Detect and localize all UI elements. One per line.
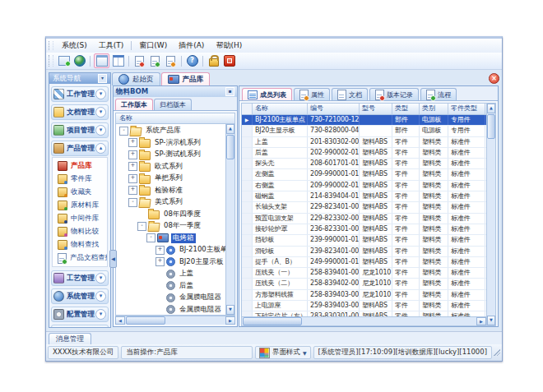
chevron-up-icon[interactable]: ▴ [95, 143, 106, 154]
table-row[interactable]: 左侧盖209-990001-01X塑料ABS零件塑料类标准件外协条 [242, 169, 486, 180]
table-row[interactable]: 磁钢盖214-839404-01X塑料ABS零件塑料类标准件外协条 [242, 191, 486, 202]
chevron-down-icon[interactable]: ▾ [95, 273, 106, 284]
sidebar-item-零件库[interactable]: 零件库 [53, 173, 107, 186]
column-header-编号[interactable]: 编号 [308, 104, 360, 114]
table-row[interactable]: 方形塑料线箍258-839403-00X尼龙1010零件塑料类标准件外协条 [242, 290, 486, 301]
table-row[interactable]: 右侧盖209-990002-01X塑料ABS零件塑料类标准件外协条 [242, 181, 486, 191]
tree-node-SP-测试机系列[interactable]: +SP-测试机系列 [116, 149, 225, 161]
column-header-型号[interactable]: 型号 [360, 104, 392, 114]
scroll-down-icon[interactable]: ▼ [226, 305, 234, 315]
doc-tab-产品库[interactable]: 产品库 [161, 72, 211, 85]
tree-expander-icon[interactable]: - [146, 233, 155, 242]
tree-node-后盖[interactable]: +后盖 [116, 280, 225, 293]
bom-tab-归档版本[interactable]: 归档版本 [154, 99, 192, 110]
tree-node-08年四季度[interactable]: +08年四季度 [116, 209, 225, 221]
menubar-grip[interactable] [49, 41, 53, 51]
toolbar-grip[interactable] [49, 55, 53, 67]
scroll-right-icon[interactable]: ▶ [225, 316, 235, 325]
tree-expander-icon[interactable]: + [128, 150, 137, 159]
sidebar-group-产品管理[interactable]: 产品管理▴ [51, 141, 109, 156]
doc-tab-起始页[interactable]: 起始页 [112, 72, 160, 85]
close-tab-icon[interactable]: × [489, 73, 499, 84]
chevron-down-icon[interactable]: ▾ [95, 125, 106, 136]
tree-expander-icon[interactable]: + [128, 174, 137, 183]
sidebar-group-工艺管理[interactable]: 工艺管理▾ [51, 270, 109, 286]
table-hscroll-thumb[interactable] [243, 317, 302, 325]
splitter-collapse-button[interactable]: ◀ [109, 250, 117, 268]
tree-horizontal-scrollbar[interactable]: ◀ ▶ [115, 316, 235, 325]
table-row[interactable]: 提手（A、B）249-990001-01X塑料ABS零件塑料类标准件外协条 [242, 257, 486, 268]
scroll-left-icon[interactable]: ◀ [115, 316, 125, 325]
toolbar-button-doc-close[interactable] [132, 54, 146, 67]
sidebar-group-工作管理[interactable]: 工作管理▾ [51, 86, 109, 102]
tree-node-金属膜电阻器[interactable]: +金属膜电阻器 [116, 292, 225, 304]
column-header-零件类型[interactable]: 零件类型 [448, 104, 485, 114]
sidebar-item-物料查找[interactable]: 物料查找 [53, 238, 107, 251]
tree-expander-icon[interactable]: + [128, 138, 137, 147]
table-row[interactable]: BJ20主显示板730-828000-04X部件电源板专用件外协颗 [242, 126, 486, 136]
member-tab-流程[interactable]: 流程 [420, 88, 457, 100]
column-header-类型[interactable]: 类型 [392, 104, 420, 114]
scroll-up-icon[interactable]: ▲ [226, 124, 234, 134]
toolbar-button-connection[interactable] [57, 54, 71, 67]
member-tab-成员列表[interactable]: 成员列表 [242, 88, 292, 100]
toolbar-button-exit[interactable] [222, 54, 236, 67]
tree-expander-icon[interactable]: - [128, 198, 137, 207]
sidebar-group-文档管理[interactable]: 文档管理▾ [51, 104, 109, 120]
column-header-类别[interactable]: 类别 [420, 104, 448, 114]
table-row[interactable]: 压线夹（一）258-839401-00X尼龙1010零件塑料类标准件外协条 [242, 268, 486, 279]
tree-node-BJ-2100主板单点[interactable]: +BJ-2100主板单点 [116, 244, 225, 256]
sidebar-item-产品文档查找[interactable]: 产品文档查找 [53, 251, 107, 265]
toolbar-button-doc-refresh[interactable] [148, 54, 162, 67]
tree-node-上盖[interactable]: +上盖 [116, 268, 225, 280]
menu-item-4[interactable]: 插件(A) [173, 39, 210, 52]
sidebar-item-原材料库[interactable]: 原材料库 [53, 199, 107, 212]
tree-hscroll-track[interactable] [166, 316, 225, 325]
tree-node-检验标准[interactable]: +检验标准 [116, 185, 225, 197]
tree-node-金属膜电阻器[interactable]: +金属膜电阻器 [116, 304, 225, 316]
tree-node-SP-演示机系列[interactable]: +SP-演示机系列 [116, 137, 225, 150]
sidebar-group-配置管理[interactable]: 配置管理▾ [51, 307, 109, 322]
table-row[interactable]: 预置电源支架229-823302-00X塑料ABS零件塑料类标准件外协条 [242, 214, 486, 224]
tree-column-header[interactable]: 名称 [115, 113, 235, 124]
scroll-right-icon[interactable]: ▶ [476, 317, 486, 325]
table-row[interactable]: 后盖202-990002-01X塑料ABS零件塑料类标准件外协条 [242, 148, 486, 159]
table-vscroll-thumb[interactable] [487, 114, 495, 139]
tree-node-系统产品库[interactable]: -系统产品库 [116, 125, 225, 137]
table-row[interactable]: 压线夹（二）258-839402-00X尼龙1010零件塑料类标准件外协条 [242, 279, 486, 289]
chevron-down-icon[interactable]: ▾ [95, 291, 106, 302]
tree-node-08年一季度[interactable]: -08年一季度 [116, 220, 225, 233]
table-vertical-scrollbar[interactable]: ▲ ▼ [486, 104, 495, 325]
menu-item-5[interactable]: 帮助(H) [210, 39, 248, 52]
toolbar-button-folder-window[interactable] [94, 53, 109, 68]
tree-node-BJ20主显示板[interactable]: +BJ20主显示板 [116, 256, 225, 269]
sidebar-item-物料比较[interactable]: 物料比较 [53, 225, 107, 238]
column-header-名称[interactable]: 名称 [253, 104, 308, 114]
ui-style-picker[interactable]: 界面样式 ▼ [255, 346, 311, 359]
chevron-down-icon[interactable]: ▾ [95, 107, 106, 118]
toolbar-button-lock[interactable] [207, 54, 220, 67]
toolbar-button-globe[interactable] [72, 54, 86, 67]
tree-expander-icon[interactable]: + [128, 186, 137, 195]
table-row[interactable]: 挡砂板239-990001-01X塑料ABS零件塑料类标准件外协条 [242, 235, 486, 246]
table-row[interactable]: 滑砂板239-823401-00X塑料ABS零件塑料类标准件外协条 [242, 247, 486, 257]
tree-vscroll-thumb[interactable] [226, 135, 234, 159]
menu-item-2[interactable]: 工具(T) [93, 39, 130, 52]
message-management-tab[interactable]: 消息管理 [49, 333, 91, 344]
table-row[interactable]: 上盖201-830302-00X塑料ABS零件塑料类标准件外协条 [242, 137, 486, 148]
sidebar-item-产品库[interactable]: 产品库 [53, 159, 107, 173]
tree-hscroll-thumb[interactable] [126, 316, 165, 325]
sidebar-group-扩展功能[interactable]: SP扩展功能▾ [51, 325, 109, 327]
tree-expander-icon[interactable]: + [155, 246, 165, 255]
tree-expander-icon[interactable]: + [155, 257, 165, 266]
table-row[interactable]: ▶BJ-2100主板单点730-721000-12X部件电源板专用件外协颗 [242, 115, 486, 126]
chevron-down-icon[interactable]: ▾ [95, 89, 106, 99]
sidebar-item-中间件库[interactable]: 中间件库 [53, 212, 107, 225]
tree-node-欧式系列[interactable]: +欧式系列 [116, 161, 225, 173]
sidebar-group-项目管理[interactable]: 项目管理▾ [51, 122, 109, 138]
table-row[interactable]: 长轴头支架229-823401-00X塑料ABS零件塑料类标准件外协条 [242, 202, 486, 213]
tree-expander-icon[interactable]: - [137, 222, 146, 231]
tree-vertical-scrollbar[interactable]: ▲ ▼ [225, 124, 234, 315]
table-row[interactable]: 探头壳208-601701-01X塑料ABS零件塑料类标准件外协条 [242, 159, 486, 169]
scroll-up-icon[interactable]: ▲ [487, 104, 495, 113]
